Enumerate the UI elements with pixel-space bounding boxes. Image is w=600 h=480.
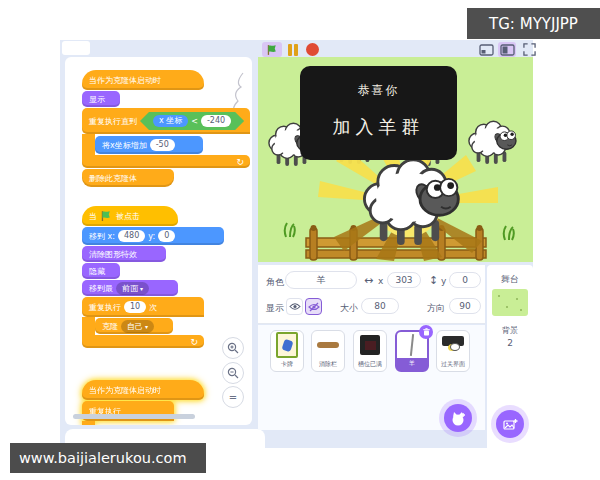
code-workspace[interactable]: 当作为克隆体启动时 显示 重复执行直到 x 坐标 < -240 将x坐标增加 -…: [65, 57, 252, 425]
stop-button[interactable]: [305, 42, 319, 57]
sprite-card-slots-full[interactable]: 槽位已满: [353, 330, 387, 372]
block-label: 重复执行: [89, 302, 121, 313]
sprite-name-input[interactable]: 羊: [285, 271, 357, 289]
screenshot-root: 当作为克隆体启动时 显示 重复执行直到 x 坐标 < -240 将x坐标增加 -…: [0, 0, 600, 480]
dropdown-value: 自己: [127, 321, 143, 332]
win-banner: 恭喜你 加入羊群: [300, 66, 457, 160]
x-label: x: [378, 276, 383, 286]
block-hide[interactable]: 隐藏: [82, 263, 120, 279]
block-change-x-by[interactable]: 将x坐标增加 -50: [95, 136, 203, 154]
zoom-in-button[interactable]: [222, 337, 244, 359]
sprite-card-card[interactable]: 卡牌: [270, 330, 304, 372]
backdrop-plus-icon: [503, 418, 518, 431]
block-when-clone-start-2[interactable]: 当作为克隆体启动时: [82, 380, 204, 400]
dropdown-myself[interactable]: 自己 ▾: [121, 320, 154, 333]
size-label: 大小: [340, 302, 358, 315]
value-limit[interactable]: -240: [201, 115, 231, 127]
pause-button[interactable]: [286, 42, 300, 57]
chevron-down-icon: ▾: [145, 323, 148, 330]
block-label: 删除此克隆体: [89, 173, 137, 184]
zoom-reset-button[interactable]: =: [222, 386, 244, 408]
value-goto-x[interactable]: 480: [118, 230, 145, 242]
watermark-bar: www.baijialerukou.com: [10, 443, 206, 473]
sprite-name: 羊: [397, 358, 427, 370]
reporter-x-position[interactable]: x 坐标: [153, 115, 188, 127]
block-go-to-front[interactable]: 移到最 前面 ▾: [82, 280, 178, 296]
show-button[interactable]: [286, 298, 303, 315]
block-clone-myself[interactable]: 克隆 自己 ▾: [95, 318, 173, 334]
block-label: 移到 x:: [89, 231, 115, 242]
repeat-arrow-icon: ↻: [190, 337, 198, 347]
backdrop-thumbnail: [492, 289, 528, 316]
sprite-thumbnail: [312, 331, 344, 359]
sprite-card-win-screen[interactable]: 过关界面: [436, 330, 470, 372]
block-label: 当: [89, 211, 97, 222]
hide-button[interactable]: [305, 298, 322, 315]
operator-less-than[interactable]: x 坐标 < -240: [140, 112, 244, 130]
c-block-spine: [82, 421, 95, 425]
dropdown-front[interactable]: 前面 ▾: [116, 282, 149, 295]
sprite-name: 槽位已满: [354, 359, 386, 371]
delete-sprite-button[interactable]: [419, 325, 433, 339]
magnifier-plus-icon: [227, 342, 239, 354]
y-axis-icon: ↕: [429, 274, 438, 287]
block-label: 被点击: [116, 211, 140, 222]
trash-icon: [423, 328, 430, 336]
block-label: 重复执行直到: [89, 116, 137, 127]
block-label: 移到最: [89, 283, 113, 294]
block-repeat-times[interactable]: 重复执行 10 次: [82, 297, 204, 317]
value-delta[interactable]: -50: [150, 139, 175, 151]
small-stage-button[interactable]: [477, 42, 495, 57]
direction-input[interactable]: 90: [449, 298, 481, 314]
block-when-flag-clicked[interactable]: 当 被点击: [82, 206, 178, 226]
block-label: 将x坐标增加: [102, 140, 147, 151]
x-value: 303: [395, 275, 412, 285]
direction-value: 90: [459, 301, 470, 311]
backdrops-label: 背景: [487, 325, 533, 336]
fullscreen-button[interactable]: [521, 42, 537, 57]
stage[interactable]: 恭喜你 加入羊群: [258, 57, 533, 262]
value-goto-y[interactable]: 0: [158, 230, 175, 242]
block-show[interactable]: 显示: [82, 91, 120, 107]
cat-plus-icon: [450, 411, 466, 426]
block-when-clone-start[interactable]: 当作为克隆体启动时: [82, 70, 204, 90]
block-goto-xy[interactable]: 移到 x: 480 y: 0: [82, 227, 224, 245]
stage-pane[interactable]: 舞台 背景 2: [487, 265, 533, 448]
banner-line1: 恭喜你: [358, 82, 400, 99]
block-clear-effects[interactable]: 清除图形特效: [82, 246, 166, 262]
c-block-spine: [82, 134, 95, 155]
zoom-out-button[interactable]: [222, 362, 244, 384]
watermark-text: www.baijialerukou.com: [19, 450, 187, 466]
sprite-thumbnail: [437, 331, 469, 359]
c-block-bottom[interactable]: ↻: [82, 155, 250, 168]
stage-pane-title: 舞台: [487, 273, 533, 286]
value-repeat-count[interactable]: 10: [124, 301, 146, 313]
sprite-card-bar[interactable]: 消除栏: [311, 330, 345, 372]
block-repeat-until[interactable]: 重复执行直到 x 坐标 < -240: [82, 108, 250, 134]
size-input[interactable]: 80: [361, 298, 399, 314]
c-block-spine: [82, 317, 95, 335]
sprite-thumbnail: [354, 331, 386, 359]
size-value: 80: [374, 301, 385, 311]
y-position-input[interactable]: 0: [449, 272, 481, 288]
sprite-info-panel: 角色 羊 ↔ x 303 ↕ y 0 显示: [258, 265, 485, 324]
pause-bar-icon: [288, 44, 292, 56]
block-label: 当作为克隆体启动时: [89, 385, 161, 396]
sprite-card-sheep-selected[interactable]: 羊: [395, 330, 429, 372]
block-delete-clone[interactable]: 删除此克隆体: [82, 169, 174, 187]
block-label: y:: [148, 232, 155, 241]
sprite-name: 消除栏: [312, 359, 344, 371]
add-sprite-button[interactable]: [444, 404, 472, 432]
add-backdrop-button[interactable]: [496, 410, 524, 438]
sprite-name: 过关界面: [437, 359, 469, 371]
x-position-input[interactable]: 303: [387, 272, 421, 288]
eye-icon: [289, 302, 301, 311]
equals-icon: =: [229, 392, 237, 403]
c-block-bottom[interactable]: ↻: [82, 335, 204, 348]
block-label: 克隆: [102, 321, 118, 332]
green-flag-button[interactable]: [262, 42, 282, 57]
sprite-list: 卡牌 消除栏 槽位已满: [258, 325, 485, 430]
horizontal-scrollbar[interactable]: [73, 414, 195, 419]
large-stage-button[interactable]: [498, 42, 516, 57]
y-label: y: [441, 276, 446, 286]
